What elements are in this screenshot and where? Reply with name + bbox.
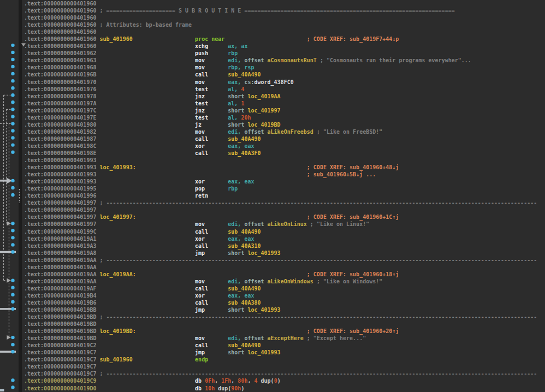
listing-line[interactable]: .text:0000000000401963 mov edi, offset a… — [0, 57, 545, 64]
listing-line[interactable]: .text:000000000040197E test al, 20h — [0, 114, 545, 121]
instruction-dot[interactable] — [11, 286, 14, 289]
instruction-dot[interactable] — [11, 229, 14, 232]
listing-line[interactable]: .text:00000000004019AA mov edi, offset a… — [0, 278, 545, 285]
instruction-dot[interactable] — [11, 65, 14, 68]
listing-line[interactable]: .text:00000000004019BD ; ---------------… — [0, 313, 545, 320]
instruction-dot[interactable] — [11, 129, 14, 132]
listing-line[interactable]: .text:00000000004019D0 db 10h dup(90h) — [0, 385, 545, 392]
listing-line[interactable]: .text:0000000000401993 ; sub_401960+5B↓j… — [0, 171, 545, 178]
listing-line[interactable]: .text:00000000004019AA loc_4019AA: ; COD… — [0, 271, 545, 278]
listing-line[interactable]: .text:0000000000401982 mov edi, offset a… — [0, 128, 545, 135]
listing-line[interactable]: .text:0000000000401980 jz short loc_4019… — [0, 121, 545, 128]
listing-line[interactable]: .text:0000000000401987 call sub_40A490 — [0, 135, 545, 142]
listing-line[interactable]: .text:0000000000401995 pop rbp — [0, 185, 545, 192]
listing-line[interactable]: .text:0000000000401962 push rbp — [0, 50, 545, 57]
listing-line[interactable]: .text:0000000000401976 test al, 4 — [0, 86, 545, 93]
instruction-dot[interactable] — [11, 193, 14, 197]
listing-line[interactable]: .text:00000000004019A8 jmp short loc_401… — [0, 250, 545, 257]
listing-line[interactable]: .text:00000000004019AA ; ---------------… — [0, 257, 545, 264]
listing-line[interactable]: .text:000000000040197A test al, 1 — [0, 100, 545, 107]
disassembly-listing[interactable]: .text:0000000000401960.text:000000000040… — [0, 0, 545, 392]
listing-line[interactable]: .text:0000000000401997 mov edi, offset a… — [0, 221, 545, 228]
listing-line[interactable]: .text:0000000000401997 loc_401997: ; COD… — [0, 213, 545, 221]
listing-token-a: .text:0000000000401993 — [24, 171, 96, 177]
listing-line[interactable]: .text:0000000000401993 — [0, 157, 545, 164]
collapse-triangle-icon[interactable] — [21, 43, 26, 46]
listing-token-l: sub_40A380 — [228, 300, 260, 306]
instruction-dot[interactable] — [11, 243, 14, 246]
instruction-dot[interactable] — [11, 93, 14, 97]
instruction-dot[interactable] — [11, 72, 14, 75]
listing-line[interactable]: .text:0000000000401978 jnz short loc_401… — [0, 93, 545, 100]
listing-line[interactable]: .text:00000000004019BB jmp short loc_401… — [0, 306, 545, 313]
instruction-dot[interactable] — [11, 293, 14, 296]
listing-line[interactable]: .text:0000000000401996 retn — [0, 192, 545, 199]
listing-line[interactable]: .text:00000000004019C7 jmp short loc_401… — [0, 349, 545, 356]
instruction-dot[interactable] — [11, 179, 14, 182]
listing-line[interactable]: .text:00000000004019B4 xor eax, eax — [0, 292, 545, 299]
listing-line[interactable]: .text:0000000000401997 — [0, 206, 545, 213]
listing-line[interactable]: .text:000000000040196B call sub_40A490 — [0, 71, 545, 78]
listing-line[interactable]: .text:0000000000401970 mov eax, cs:dword… — [0, 79, 545, 86]
instruction-dot[interactable] — [11, 115, 14, 118]
instruction-dot[interactable] — [11, 250, 14, 253]
instruction-dot[interactable] — [11, 108, 14, 111]
listing-line[interactable]: .text:000000000040198E call sub_40A3F0 — [0, 150, 545, 157]
listing-line[interactable]: .text:000000000040197C jnz short loc_401… — [0, 107, 545, 114]
listing-line[interactable]: .text:00000000004019A1 xor eax, eax — [0, 235, 545, 242]
listing-line[interactable]: .text:00000000004019AA — [0, 264, 545, 271]
jump-arrows-panel[interactable] — [0, 0, 27, 392]
instruction-dot[interactable] — [11, 51, 14, 54]
listing-token-a2: .text:00000000004019D0 — [24, 385, 96, 391]
instruction-dot[interactable] — [11, 385, 14, 389]
instruction-dot[interactable] — [11, 58, 14, 61]
listing-line[interactable]: .text:00000000004019B6 call sub_40A380 — [0, 299, 545, 306]
listing-line[interactable]: .text:00000000004019BD — [0, 320, 545, 328]
listing-line[interactable]: .text:00000000004019BD loc_4019BD: ; COD… — [0, 328, 545, 335]
instruction-dot[interactable] — [11, 86, 14, 90]
instruction-dot[interactable] — [11, 336, 14, 339]
listing-line[interactable]: .text:00000000004019C2 call sub_40A490 — [0, 342, 545, 349]
listing-line[interactable]: .text:0000000000401993 xor eax, eax — [0, 178, 545, 185]
listing-line[interactable]: .text:000000000040198C xor eax, eax — [0, 142, 545, 150]
listing-line[interactable]: .text:00000000004019A3 call sub_40A310 — [0, 242, 545, 250]
instruction-dot[interactable] — [11, 278, 14, 282]
listing-line[interactable]: .text:0000000000401960 ; Attributes: bp-… — [0, 21, 545, 28]
instruction-dot[interactable] — [11, 186, 14, 189]
listing-token-a: .text:000000000040198E — [24, 150, 96, 156]
instruction-dot[interactable] — [11, 100, 14, 104]
instruction-dot[interactable] — [11, 300, 14, 304]
instruction-dot[interactable] — [11, 122, 14, 125]
listing-token-m: mov — [195, 79, 205, 85]
instruction-dot[interactable] — [11, 150, 14, 153]
listing-line[interactable]: .text:0000000000401960 — [0, 0, 545, 7]
instruction-dot[interactable] — [11, 343, 14, 346]
instruction-dot[interactable] — [11, 143, 14, 146]
listing-line[interactable]: .text:00000000004019C7 sub_401960 endp — [0, 356, 545, 363]
instruction-dot[interactable] — [11, 350, 14, 353]
instruction-dot[interactable] — [11, 136, 14, 139]
listing-line[interactable]: .text:0000000000401960 ; ===============… — [0, 7, 545, 14]
listing-line[interactable]: .text:00000000004019C7 ; ---------------… — [0, 370, 545, 377]
listing-token-c: ; Attributes: bp-based frame — [99, 22, 192, 28]
listing-line[interactable]: .text:0000000000401997 ; ---------------… — [0, 199, 545, 206]
listing-line[interactable]: .text:0000000000401960 sub_401960 proc n… — [0, 35, 545, 43]
instruction-dot[interactable] — [11, 44, 14, 47]
listing-line[interactable]: .text:00000000004019BD mov edi, offset a… — [0, 335, 545, 342]
instruction-dot[interactable] — [11, 236, 14, 239]
listing-token-m: db — [195, 385, 205, 391]
listing-line[interactable]: .text:0000000000401960 xchg ax, ax — [0, 43, 545, 50]
listing-line[interactable]: .text:0000000000401960 — [0, 14, 545, 21]
listing-line[interactable]: .text:00000000004019AF call sub_40A490 — [0, 285, 545, 292]
listing-line[interactable]: .text:0000000000401968 mov rbp, rsp — [0, 64, 545, 71]
listing-line[interactable]: .text:00000000004019C9 db 0Fh, 1Fh, 80h,… — [0, 377, 545, 384]
listing-line[interactable]: .text:00000000004019C7 — [0, 363, 545, 370]
instruction-dot[interactable] — [11, 79, 14, 82]
instruction-dot[interactable] — [11, 222, 14, 225]
listing-line[interactable]: .text:0000000000401993 loc_401993: ; COD… — [0, 164, 545, 171]
listing-line[interactable]: .text:0000000000401960 — [0, 28, 545, 35]
listing-token-a: .text:00000000004019BD — [24, 328, 96, 334]
instruction-dot[interactable] — [11, 378, 14, 382]
instruction-dot[interactable] — [11, 307, 14, 311]
listing-line[interactable]: .text:000000000040199C call sub_40A490 — [0, 228, 545, 235]
